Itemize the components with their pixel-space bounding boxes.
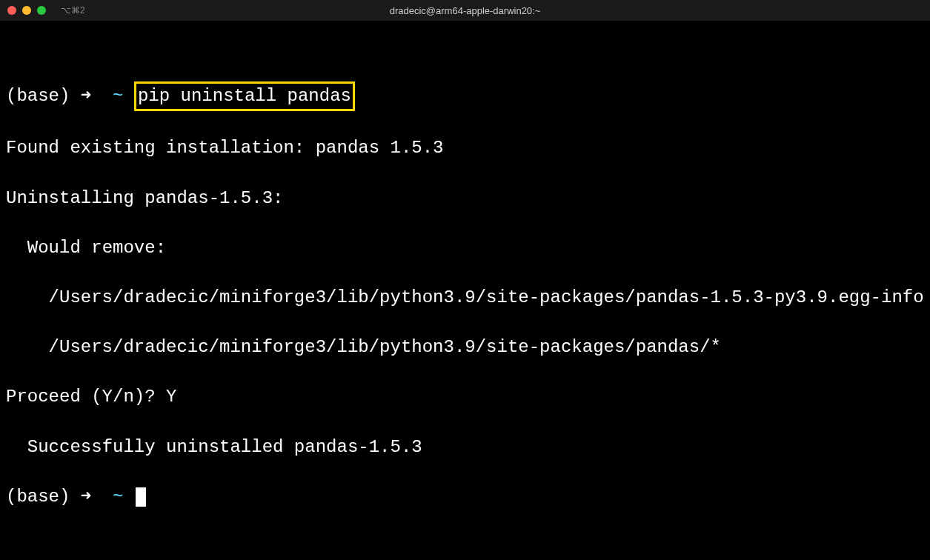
window-title: dradecic@arm64-apple-darwin20:~ [390, 5, 541, 16]
output-line: /Users/dradecic/miniforge3/lib/python3.9… [6, 285, 924, 310]
output-line: /Users/dradecic/miniforge3/lib/python3.9… [6, 335, 924, 360]
prompt-line-1: (base) ➜ ~ pip uninstall pandas [6, 81, 924, 111]
command-text: pip uninstall pandas [138, 86, 351, 106]
env-label: (base) [6, 487, 70, 507]
prompt-arrow: ➜ [81, 86, 91, 106]
output-line: Proceed (Y/n)? Y [6, 384, 924, 410]
traffic-lights [7, 6, 46, 15]
cursor [136, 487, 146, 507]
env-label: (base) [6, 86, 70, 106]
minimize-window-button[interactable] [22, 6, 31, 15]
prompt-path: ~ [113, 86, 123, 106]
output-line: Successfully uninstalled pandas-1.5.3 [6, 435, 924, 460]
prompt-path: ~ [113, 487, 123, 507]
output-line: Found existing installation: pandas 1.5.… [6, 136, 924, 161]
maximize-window-button[interactable] [37, 6, 46, 15]
tab-label: ⌥⌘2 [61, 5, 85, 16]
titlebar: ⌥⌘2 dradecic@arm64-apple-darwin20:~ [0, 0, 930, 21]
prompt-line-2: (base) ➜ ~ [6, 484, 924, 510]
terminal-body[interactable]: (base) ➜ ~ pip uninstall pandas Found ex… [0, 21, 930, 545]
output-line: Would remove: [6, 236, 924, 261]
close-window-button[interactable] [7, 6, 16, 15]
output-line: Uninstalling pandas-1.5.3: [6, 186, 924, 211]
prompt-arrow: ➜ [81, 487, 91, 507]
highlighted-command: pip uninstall pandas [134, 81, 355, 111]
